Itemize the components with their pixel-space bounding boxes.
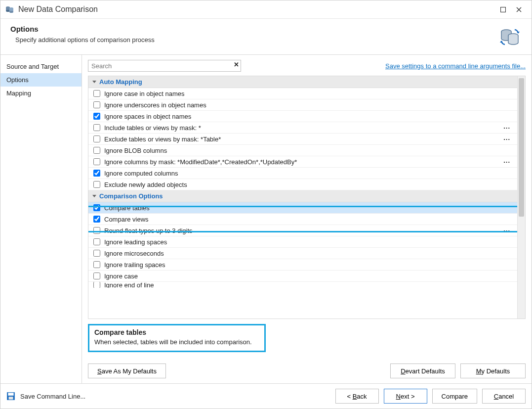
more-button[interactable]: ··· bbox=[500, 227, 513, 234]
option-checkbox[interactable] bbox=[93, 227, 100, 234]
description-text: When selected, tables will be included i… bbox=[94, 338, 258, 346]
save-as-my-defaults-button[interactable]: Save As My Defaults bbox=[88, 364, 166, 378]
option-row[interactable]: Ignore leading spaces bbox=[88, 236, 517, 248]
header-title: Options bbox=[10, 25, 498, 33]
option-row[interactable]: Ignore computed columns bbox=[88, 168, 517, 179]
description-title: Compare tables bbox=[94, 328, 258, 336]
option-label: Ignore case bbox=[104, 273, 513, 280]
option-checkbox[interactable] bbox=[93, 136, 100, 142]
option-row[interactable]: Ignore case in object names bbox=[88, 88, 517, 99]
group-header-auto-mapping[interactable]: Auto Mapping bbox=[88, 76, 517, 88]
option-row-compare-views[interactable]: Compare views bbox=[88, 214, 517, 225]
option-label: Ignore spaces in object names bbox=[104, 113, 513, 120]
option-label: Ignore trailing spaces bbox=[104, 261, 513, 269]
my-defaults-button[interactable]: My Defaults bbox=[460, 364, 526, 378]
collapse-icon bbox=[92, 195, 96, 197]
svg-rect-13 bbox=[9, 397, 13, 400]
titlebar: New Data Comparison bbox=[0, 0, 532, 19]
option-label: Ignore columns by mask: *ModifiedDate*,*… bbox=[104, 158, 500, 166]
option-checkbox[interactable] bbox=[93, 101, 100, 108]
search-input[interactable] bbox=[88, 60, 241, 72]
next-button[interactable]: Next > bbox=[384, 389, 427, 404]
save-settings-link[interactable]: Save settings to a command line argument… bbox=[385, 62, 526, 70]
more-button[interactable]: ··· bbox=[500, 124, 513, 132]
option-label: Ignore computed columns bbox=[104, 170, 513, 177]
option-row[interactable]: Ignore trailing spaces bbox=[88, 259, 517, 271]
option-row[interactable]: Ignore microseconds bbox=[88, 248, 517, 259]
group-header-comparison-options[interactable]: Comparison Options bbox=[88, 190, 517, 202]
option-row[interactable]: Exclude tables or views by mask: *Table*… bbox=[88, 134, 517, 145]
option-label: Ignore underscores in object names bbox=[104, 101, 513, 109]
group-title: Auto Mapping bbox=[99, 78, 142, 86]
option-label: Exclude newly added objects bbox=[104, 181, 513, 188]
option-row[interactable]: Ignore case bbox=[88, 271, 517, 282]
svg-point-5 bbox=[9, 11, 13, 13]
cancel-button[interactable]: Cancel bbox=[482, 389, 526, 404]
collapse-icon bbox=[92, 81, 96, 83]
vertical-scrollbar[interactable] bbox=[517, 76, 525, 318]
devart-defaults-button[interactable]: Devart Defaults bbox=[390, 364, 455, 378]
option-label: Compare tables bbox=[104, 204, 513, 212]
svg-rect-6 bbox=[500, 7, 505, 12]
option-checkbox[interactable] bbox=[93, 273, 100, 279]
option-checkbox[interactable] bbox=[93, 147, 100, 154]
option-label: Ignore microseconds bbox=[104, 250, 513, 257]
option-checkbox[interactable] bbox=[93, 124, 100, 131]
option-row[interactable]: Include tables or views by mask: *··· bbox=[88, 122, 517, 134]
svg-point-2 bbox=[6, 10, 10, 12]
option-checkbox[interactable] bbox=[93, 250, 100, 257]
option-checkbox[interactable] bbox=[93, 113, 100, 120]
option-row[interactable]: Ignore spaces in object names bbox=[88, 111, 517, 122]
option-checkbox[interactable] bbox=[93, 158, 100, 165]
option-checkbox[interactable] bbox=[93, 204, 100, 211]
svg-marker-9 bbox=[517, 32, 520, 34]
option-row[interactable]: Ignore end of line bbox=[88, 282, 517, 288]
option-label: Compare views bbox=[104, 216, 513, 223]
app-icon bbox=[5, 5, 14, 13]
option-checkbox[interactable] bbox=[93, 181, 100, 188]
wizard-header: Options Specify additional options of co… bbox=[0, 19, 532, 55]
window-title: New Data Comparison bbox=[18, 5, 495, 14]
option-label: Round float types up to 3 digits bbox=[104, 227, 500, 234]
search-clear-icon[interactable]: ✕ bbox=[234, 61, 239, 68]
option-row[interactable]: Round float types up to 3 digits··· bbox=[88, 225, 517, 236]
nav-item-mapping[interactable]: Mapping bbox=[0, 87, 82, 100]
side-nav: Source and Target Options Mapping bbox=[0, 55, 82, 383]
group-title: Comparison Options bbox=[99, 192, 163, 200]
nav-item-source-and-target[interactable]: Source and Target bbox=[0, 60, 82, 73]
more-button[interactable]: ··· bbox=[500, 136, 513, 143]
option-row[interactable]: Ignore underscores in object names bbox=[88, 99, 517, 111]
option-checkbox[interactable] bbox=[93, 238, 100, 245]
option-label: Exclude tables or views by mask: *Table* bbox=[104, 136, 500, 143]
search-field-wrap: ✕ bbox=[88, 60, 241, 72]
svg-marker-10 bbox=[500, 41, 503, 43]
save-icon bbox=[6, 392, 15, 401]
maximize-button[interactable] bbox=[495, 3, 511, 15]
option-checkbox[interactable] bbox=[93, 216, 100, 223]
more-button[interactable]: ··· bbox=[500, 158, 513, 166]
option-row[interactable]: Exclude newly added objects bbox=[88, 179, 517, 190]
svg-rect-12 bbox=[8, 393, 13, 396]
scrollbar-thumb[interactable] bbox=[519, 78, 524, 217]
option-checkbox[interactable] bbox=[93, 282, 100, 288]
main-area: Source and Target Options Mapping ✕ Save… bbox=[0, 55, 532, 383]
back-button[interactable]: < Back bbox=[335, 389, 379, 404]
nav-item-options[interactable]: Options bbox=[0, 73, 82, 87]
content-panel: ✕ Save settings to a command line argume… bbox=[82, 55, 532, 383]
option-row[interactable]: Ignore columns by mask: *ModifiedDate*,*… bbox=[88, 156, 517, 168]
option-label: Ignore case in object names bbox=[104, 90, 513, 97]
option-checkbox[interactable] bbox=[93, 261, 100, 268]
option-label: Include tables or views by mask: * bbox=[104, 124, 500, 132]
header-description: Specify additional options of comparison… bbox=[15, 36, 498, 44]
option-checkbox[interactable] bbox=[93, 90, 100, 97]
option-row-compare-tables[interactable]: Compare tables bbox=[88, 202, 517, 214]
options-list: Auto Mapping Ignore case in object names… bbox=[88, 76, 526, 319]
header-icon bbox=[498, 25, 522, 48]
close-button[interactable] bbox=[511, 3, 527, 15]
option-description-panel: Compare tables When selected, tables wil… bbox=[88, 324, 266, 352]
option-row[interactable]: Ignore BLOB columns bbox=[88, 145, 517, 156]
compare-button[interactable]: Compare bbox=[432, 389, 477, 404]
wizard-footer: Save Command Line... < Back Next > Compa… bbox=[0, 383, 532, 409]
option-checkbox[interactable] bbox=[93, 170, 100, 177]
save-command-line-button[interactable]: Save Command Line... bbox=[20, 393, 85, 400]
